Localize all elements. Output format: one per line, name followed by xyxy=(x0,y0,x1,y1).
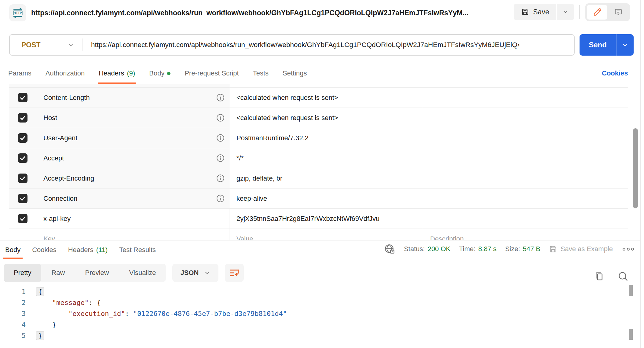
cell-key[interactable]: Accept-Encoding xyxy=(36,168,229,188)
headers-table: Content-Length <calculated when request … xyxy=(9,84,628,240)
new-key-input[interactable]: Key xyxy=(36,229,229,240)
response-tab-headers[interactable]: Headers (11) xyxy=(68,240,108,259)
tab-params[interactable]: Params xyxy=(8,63,31,84)
fold-marker[interactable]: } xyxy=(36,331,44,340)
method-selector[interactable]: POST xyxy=(10,41,82,49)
cell-description[interactable] xyxy=(423,88,628,108)
save-floppy-icon xyxy=(549,245,557,253)
header-enabled-checkbox[interactable] xyxy=(18,113,27,123)
table-row-new: Key Value Description xyxy=(9,229,628,240)
cell-key[interactable]: x-api-key xyxy=(36,209,229,229)
view-visualize-button[interactable]: Visualize xyxy=(119,264,166,282)
size-value: 547 B xyxy=(523,245,540,253)
code-scrollbar-thumb[interactable] xyxy=(629,285,633,296)
view-pretty-button[interactable]: Pretty xyxy=(4,264,41,282)
cell-value[interactable]: keep-alive xyxy=(229,189,423,208)
chevron-down-icon xyxy=(621,41,629,49)
cookies-link[interactable]: Cookies xyxy=(602,63,628,84)
response-tab-test-results[interactable]: Test Results xyxy=(119,240,156,259)
cell-key[interactable]: Content-Length xyxy=(36,88,229,108)
response-tabs: Body Cookies Headers (11) Test Results xyxy=(5,240,156,259)
cell-key[interactable]: Connection xyxy=(36,189,229,208)
body-modified-dot xyxy=(167,72,170,75)
new-value-input[interactable]: Value xyxy=(229,229,423,240)
cell-value[interactable]: 2yjX35tnnSaa7Hr2g8EaI7rWxbzcNtWf69VdfJvu xyxy=(229,209,423,229)
tab-headers[interactable]: Headers (9) xyxy=(99,63,135,84)
send-button[interactable]: Send xyxy=(580,34,616,56)
header-enabled-checkbox[interactable] xyxy=(18,194,27,203)
tab-body[interactable]: Body xyxy=(149,63,170,84)
tab-settings[interactable]: Settings xyxy=(283,63,307,84)
save-as-example-button[interactable]: Save as Example xyxy=(549,245,613,253)
code-line: 4 } xyxy=(0,319,626,330)
table-row: Connection keep-alive xyxy=(9,189,628,209)
size-label: Size: xyxy=(505,245,520,253)
headers-scrollbar-thumb[interactable] xyxy=(633,128,638,208)
header-enabled-checkbox[interactable] xyxy=(18,174,27,183)
checkmark-icon xyxy=(19,195,26,202)
tab-params-label: Params xyxy=(8,69,31,77)
line-number: 2 xyxy=(0,299,26,306)
response-tab-test-results-label: Test Results xyxy=(119,246,156,254)
table-row: Host <calculated when request is sent> xyxy=(9,108,628,128)
format-select-label: JSON xyxy=(180,269,199,277)
save-options-caret[interactable] xyxy=(557,4,574,20)
cell-key[interactable]: Host xyxy=(36,108,229,128)
cell-value[interactable]: */* xyxy=(229,148,423,168)
send-options-caret[interactable] xyxy=(616,34,634,56)
http-method-badge: HTTP xyxy=(9,4,26,21)
edit-request-button[interactable] xyxy=(587,5,607,20)
header-value: */* xyxy=(236,154,243,162)
url-input[interactable]: https://api.connect.fylamynt.com/api/web… xyxy=(83,41,574,49)
cell-description[interactable] xyxy=(423,128,628,148)
save-button[interactable]: Save xyxy=(514,4,556,20)
cell-value[interactable]: gzip, deflate, br xyxy=(229,168,423,188)
cell-value[interactable]: <calculated when request is sent> xyxy=(229,88,423,108)
cell-description[interactable] xyxy=(423,189,628,208)
fold-marker[interactable]: { xyxy=(36,287,44,296)
cell-value[interactable]: <calculated when request is sent> xyxy=(229,108,423,128)
cell-key[interactable]: Accept xyxy=(36,148,229,168)
cell-description[interactable] xyxy=(423,168,628,188)
code-scrollbar-mark[interactable] xyxy=(629,329,633,340)
tab-pre-request-script[interactable]: Pre-request Script xyxy=(185,63,239,84)
tab-body-label: Body xyxy=(149,69,164,77)
format-select[interactable]: JSON xyxy=(172,264,218,282)
wrap-lines-button[interactable] xyxy=(225,264,244,282)
table-row: Accept-Encoding gzip, deflate, br xyxy=(9,168,628,189)
header-key: Connection xyxy=(43,195,77,203)
line-number: 5 xyxy=(0,332,26,339)
pencil-icon xyxy=(593,8,602,16)
response-body-editor: 1 { 2 "message": { 3 "execution_id": "01… xyxy=(0,286,626,341)
comments-button[interactable] xyxy=(608,5,628,20)
json-punctuation: : xyxy=(125,310,133,317)
tab-headers-label: Headers xyxy=(99,69,124,77)
new-description-input[interactable]: Description xyxy=(423,229,628,240)
search-response-button[interactable] xyxy=(617,271,628,282)
cell-value[interactable]: PostmanRuntime/7.32.2 xyxy=(229,128,423,148)
response-tab-body[interactable]: Body xyxy=(5,240,21,259)
response-meta-bar: Status: 200 OK Time: 8.87 s Size: 547 B … xyxy=(384,240,634,258)
header-enabled-checkbox[interactable] xyxy=(18,93,27,102)
response-tab-cookies[interactable]: Cookies xyxy=(32,240,57,259)
cell-value xyxy=(229,84,423,87)
cell-checkbox xyxy=(9,88,36,108)
network-globe-lock-icon[interactable] xyxy=(384,244,395,255)
view-preview-button[interactable]: Preview xyxy=(75,264,119,282)
copy-response-button[interactable] xyxy=(594,271,605,282)
header-enabled-checkbox[interactable] xyxy=(18,153,27,163)
header-enabled-checkbox[interactable] xyxy=(18,133,27,143)
tab-tests[interactable]: Tests xyxy=(253,63,269,84)
json-key: "execution_id" xyxy=(68,310,125,317)
request-url-title: https://api.connect.fylamynt.com/api/web… xyxy=(31,0,506,26)
wrap-lines-icon xyxy=(229,269,239,277)
cell-key[interactable]: User-Agent xyxy=(36,128,229,148)
cell-description[interactable] xyxy=(423,148,628,168)
tab-authorization[interactable]: Authorization xyxy=(46,63,85,84)
cell-description[interactable] xyxy=(423,108,628,128)
cell-description[interactable] xyxy=(423,209,628,229)
view-raw-button[interactable]: Raw xyxy=(41,264,75,282)
header-enabled-checkbox[interactable] xyxy=(18,214,27,223)
info-icon xyxy=(216,134,225,142)
more-options-icon[interactable] xyxy=(623,248,634,251)
